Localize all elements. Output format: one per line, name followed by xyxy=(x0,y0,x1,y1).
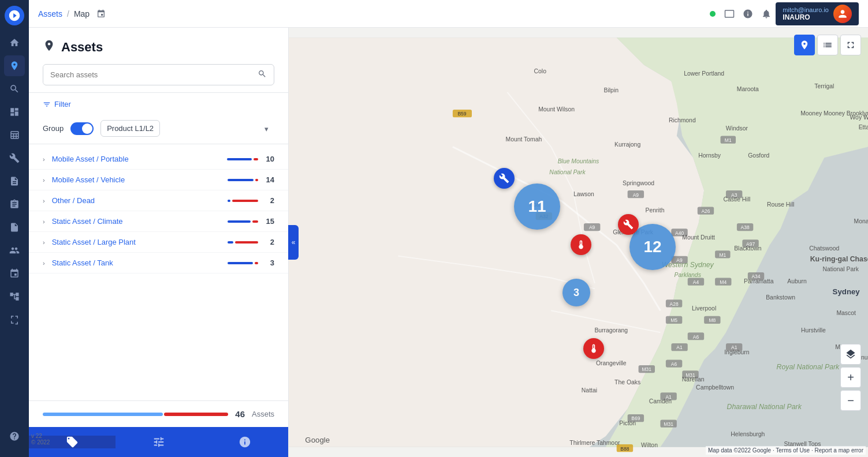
svg-text:Picton: Picton xyxy=(619,420,636,426)
svg-text:Maroota: Maroota xyxy=(737,86,759,92)
zoom-out-button[interactable]: − xyxy=(840,390,861,411)
fullscreen-button[interactable] xyxy=(840,35,861,55)
svg-text:Lawson: Lawson xyxy=(573,191,594,197)
svg-text:Chatswood: Chatswood xyxy=(809,245,839,252)
total-count: 46 xyxy=(235,409,245,419)
group-toggle[interactable] xyxy=(70,122,94,135)
asset-marker-wrench-2[interactable] xyxy=(618,214,639,235)
tab-settings[interactable] xyxy=(116,436,202,448)
nav-users[interactable] xyxy=(4,240,25,261)
total-bar-blue xyxy=(43,413,163,416)
sidebar-header: Assets xyxy=(29,28,288,93)
svg-text:M5: M5 xyxy=(670,317,677,323)
svg-text:Blacktown: Blacktown xyxy=(734,245,762,252)
group-label: Group xyxy=(43,124,64,133)
asset-group-item-4[interactable]: › Static Asset / Large Plant 2 xyxy=(29,232,288,253)
svg-text:M31: M31 xyxy=(642,366,652,372)
nav-tools[interactable] xyxy=(4,148,25,168)
asset-group-item-2[interactable]: › Other / Dead 2 xyxy=(29,190,288,211)
nav-search[interactable] xyxy=(4,78,25,99)
asset-group-item-3[interactable]: › Static Asset / Climate 15 xyxy=(29,211,288,232)
version-label: v 22 © 2022 xyxy=(31,433,50,445)
svg-text:Helensburgh: Helensburgh xyxy=(731,431,765,437)
nav-home[interactable] xyxy=(4,32,25,53)
nav-dashboard[interactable] xyxy=(4,102,25,122)
svg-text:Mascot: Mascot xyxy=(836,310,856,316)
search-input[interactable] xyxy=(43,66,251,84)
filter-button[interactable]: Filter xyxy=(43,100,71,108)
asset-count-0: 10 xyxy=(263,155,274,163)
chevron-icon-2: › xyxy=(43,197,45,204)
list-view-button[interactable] xyxy=(817,35,838,55)
asset-marker-thermometer-2[interactable] xyxy=(583,338,604,359)
svg-text:Parramatta: Parramatta xyxy=(744,278,774,284)
map-layers-button[interactable] xyxy=(840,344,861,365)
svg-text:B59: B59 xyxy=(457,111,466,117)
bar-red-0 xyxy=(254,158,258,160)
top-bar: Assets / Map mitch@inauro.io INAURO xyxy=(29,0,868,28)
svg-text:Colo: Colo xyxy=(534,68,547,74)
svg-text:M1: M1 xyxy=(725,137,732,143)
tab-info[interactable] xyxy=(202,436,288,448)
filter-label: Filter xyxy=(54,100,71,108)
nav-grid[interactable] xyxy=(4,125,25,145)
terms-link[interactable]: Terms of Use xyxy=(776,447,810,454)
svg-text:A6: A6 xyxy=(693,334,699,340)
svg-text:A38: A38 xyxy=(741,224,750,230)
svg-text:Orangeville: Orangeville xyxy=(596,360,627,366)
svg-text:M4: M4 xyxy=(720,279,727,285)
expand-icon[interactable] xyxy=(720,5,739,23)
svg-text:Ingleburn: Ingleburn xyxy=(724,349,750,355)
info-icon[interactable] xyxy=(739,5,757,23)
asset-marker-wrench-1[interactable] xyxy=(494,168,515,189)
sidebar: Assets Filter Group xyxy=(29,28,289,457)
svg-text:A1: A1 xyxy=(676,344,683,350)
asset-bar-2 xyxy=(228,200,258,202)
cluster-marker-3[interactable]: 3 xyxy=(562,279,590,306)
zoom-in-button[interactable]: + xyxy=(840,367,861,388)
asset-group-name-2: Other / Dead xyxy=(52,196,223,205)
group-select[interactable]: Product L1/L2 xyxy=(100,120,160,137)
breadcrumb-assets[interactable]: Assets xyxy=(38,9,62,18)
svg-text:Dharawal National Park: Dharawal National Park xyxy=(727,403,802,411)
asset-group-item-5[interactable]: › Static Asset / Tank 3 xyxy=(29,253,288,274)
report-link[interactable]: Report a map error xyxy=(815,447,863,454)
asset-bar-4 xyxy=(228,241,258,244)
collapse-sidebar-button[interactable]: « xyxy=(288,225,299,260)
svg-text:M8: M8 xyxy=(709,317,716,323)
nav-hierarchy[interactable] xyxy=(4,286,25,307)
asset-group-item-1[interactable]: › Mobile Asset / Vehicle 14 xyxy=(29,170,288,190)
bar-blue-4 xyxy=(228,241,233,244)
notification-icon[interactable] xyxy=(757,5,776,23)
nav-map[interactable] xyxy=(4,55,25,76)
nav-file[interactable] xyxy=(4,217,25,238)
svg-text:Ettalong Beach: Ettalong Beach xyxy=(859,124,868,130)
nav-reports[interactable] xyxy=(4,171,25,192)
search-button[interactable] xyxy=(251,65,274,85)
svg-text:Gosford: Gosford xyxy=(748,152,769,159)
svg-text:Terrigal: Terrigal xyxy=(814,83,834,89)
svg-text:Royal National Park: Royal National Park xyxy=(777,363,840,371)
asset-group-name-1: Mobile Asset / Vehicle xyxy=(52,175,223,184)
main-layout: Assets Filter Group xyxy=(29,28,868,457)
chevron-icon-5: › xyxy=(43,260,45,267)
nav-network[interactable] xyxy=(4,263,25,284)
user-area[interactable]: mitch@inauro.io INAURO xyxy=(776,2,859,25)
svg-text:A9: A9 xyxy=(589,224,595,230)
nav-help[interactable] xyxy=(4,426,25,447)
nav-clipboard[interactable] xyxy=(4,194,25,215)
user-org: INAURO xyxy=(783,13,829,21)
svg-text:Liverpool: Liverpool xyxy=(692,305,716,312)
chevron-icon-0: › xyxy=(43,156,45,163)
asset-marker-thermometer-1[interactable] xyxy=(571,234,591,255)
asset-count-3: 15 xyxy=(263,217,274,226)
svg-text:Campbelltown: Campbelltown xyxy=(696,384,734,391)
asset-group-item-0[interactable]: › Mobile Asset / Portable 10 xyxy=(29,149,288,170)
left-nav xyxy=(0,0,29,457)
svg-text:Thirlmere Tahmoor: Thirlmere Tahmoor xyxy=(569,440,620,446)
cluster-marker-11[interactable]: 11 xyxy=(514,183,560,230)
asset-count-4: 2 xyxy=(263,238,274,246)
svg-text:A4: A4 xyxy=(693,279,699,285)
map-view-button[interactable] xyxy=(794,35,815,55)
nav-expand[interactable] xyxy=(4,309,25,330)
